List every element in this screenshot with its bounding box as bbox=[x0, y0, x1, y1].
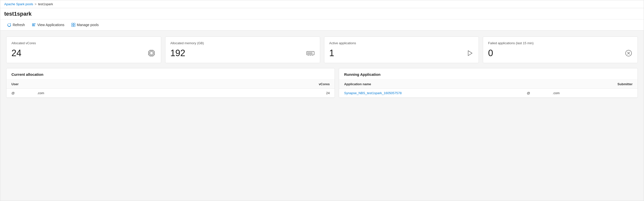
allocation-user-cell: @ .com bbox=[6, 89, 227, 98]
refresh-button[interactable]: Refresh bbox=[4, 21, 28, 28]
svg-marker-28 bbox=[468, 51, 472, 56]
view-applications-button[interactable]: View Applications bbox=[29, 21, 68, 28]
allocation-panel-title: Current allocation bbox=[6, 68, 334, 80]
running-panel: Running Application Application name Sub… bbox=[339, 68, 638, 98]
cpu-icon bbox=[147, 49, 156, 58]
user-at: @ bbox=[12, 91, 15, 95]
metric-label-memory: Allocated memory (GB) bbox=[170, 41, 315, 45]
user-domain: .com bbox=[37, 91, 44, 95]
metric-card-failed: Failed applications (last 15 min) 0 bbox=[483, 36, 638, 63]
svg-rect-8 bbox=[150, 52, 153, 55]
metric-label-failed: Failed applications (last 15 min) bbox=[488, 41, 632, 45]
main-content: Allocated vCores 24 bbox=[0, 30, 644, 201]
svg-rect-24 bbox=[311, 52, 312, 54]
running-table-header-row: Application name Submitter bbox=[339, 80, 638, 89]
app-name-link[interactable]: Synapse_NBS_test1spark_1605057578 bbox=[344, 91, 402, 95]
refresh-label: Refresh bbox=[13, 23, 25, 27]
allocation-col-vcores: vCores bbox=[227, 80, 335, 89]
allocation-vcores-cell: 24 bbox=[227, 89, 335, 98]
svg-rect-4 bbox=[74, 23, 75, 25]
view-apps-label: View Applications bbox=[37, 23, 64, 27]
view-apps-icon bbox=[32, 23, 36, 27]
metric-value-row-active: 1 bbox=[329, 48, 474, 58]
allocation-table-header-row: User vCores bbox=[6, 80, 334, 89]
toolbar: Refresh View Applications bbox=[0, 19, 644, 30]
play-icon bbox=[466, 49, 474, 57]
svg-rect-3 bbox=[72, 23, 73, 25]
metric-value-failed: 0 bbox=[488, 48, 493, 58]
metric-label-active: Active applications bbox=[329, 41, 474, 45]
error-icon bbox=[624, 49, 632, 57]
metric-label-vcores: Allocated vCores bbox=[12, 41, 156, 45]
manage-pools-icon bbox=[72, 23, 75, 27]
metric-card-memory: Allocated memory (GB) 192 bbox=[165, 36, 320, 63]
running-app-name-cell: Synapse_NBS_test1spark_1605057578 bbox=[339, 89, 522, 98]
running-table: Application name Submitter Synapse_NBS_t… bbox=[339, 80, 638, 98]
allocation-panel: Current allocation User vCores @ bbox=[6, 68, 335, 98]
breadcrumb-separator: > bbox=[34, 2, 36, 6]
metric-value-row-memory: 192 bbox=[170, 48, 315, 58]
page-wrapper: Apache Spark pools > test1spark test1spa… bbox=[0, 0, 644, 201]
breadcrumb-parent-link[interactable]: Apache Spark pools bbox=[4, 2, 33, 6]
memory-icon bbox=[306, 49, 315, 58]
breadcrumb-current: test1spark bbox=[38, 2, 53, 6]
running-col-submitter: Submitter bbox=[522, 80, 638, 89]
page-title: test1spark bbox=[4, 11, 640, 17]
running-col-appname: Application name bbox=[339, 80, 522, 89]
running-submitter-cell: @ .com bbox=[522, 89, 638, 98]
manage-pools-button[interactable]: Manage pools bbox=[68, 21, 102, 28]
svg-rect-23 bbox=[310, 52, 310, 54]
bottom-panels: Current allocation User vCores @ bbox=[6, 68, 638, 98]
page-title-bar: test1spark bbox=[0, 8, 644, 19]
metric-value-vcores: 24 bbox=[12, 48, 22, 58]
svg-rect-1 bbox=[32, 25, 34, 25]
metric-card-active: Active applications 1 bbox=[324, 36, 479, 63]
submitter-at: @ bbox=[527, 91, 530, 95]
metric-value-row-failed: 0 bbox=[488, 48, 632, 58]
metric-value-active: 1 bbox=[329, 48, 334, 58]
allocation-table: User vCores @ .com 24 bbox=[6, 80, 334, 98]
svg-rect-6 bbox=[74, 25, 75, 26]
svg-rect-7 bbox=[149, 51, 154, 56]
breadcrumb: Apache Spark pools > test1spark bbox=[0, 0, 644, 8]
svg-rect-22 bbox=[308, 52, 309, 54]
metrics-row: Allocated vCores 24 bbox=[6, 36, 638, 63]
svg-rect-0 bbox=[32, 24, 36, 24]
svg-rect-5 bbox=[72, 25, 73, 26]
running-panel-title: Running Application bbox=[339, 68, 638, 80]
svg-rect-2 bbox=[32, 25, 35, 26]
submitter-domain: .com bbox=[553, 91, 560, 95]
table-row: @ .com 24 bbox=[6, 89, 334, 98]
refresh-icon bbox=[7, 23, 11, 27]
metric-value-row-vcores: 24 bbox=[12, 48, 156, 58]
metric-value-memory: 192 bbox=[170, 48, 185, 58]
manage-pools-label: Manage pools bbox=[77, 23, 99, 27]
metric-card-vcores: Allocated vCores 24 bbox=[6, 36, 161, 63]
table-row: Synapse_NBS_test1spark_1605057578 @ .com bbox=[339, 89, 638, 98]
allocation-col-user: User bbox=[6, 80, 227, 89]
